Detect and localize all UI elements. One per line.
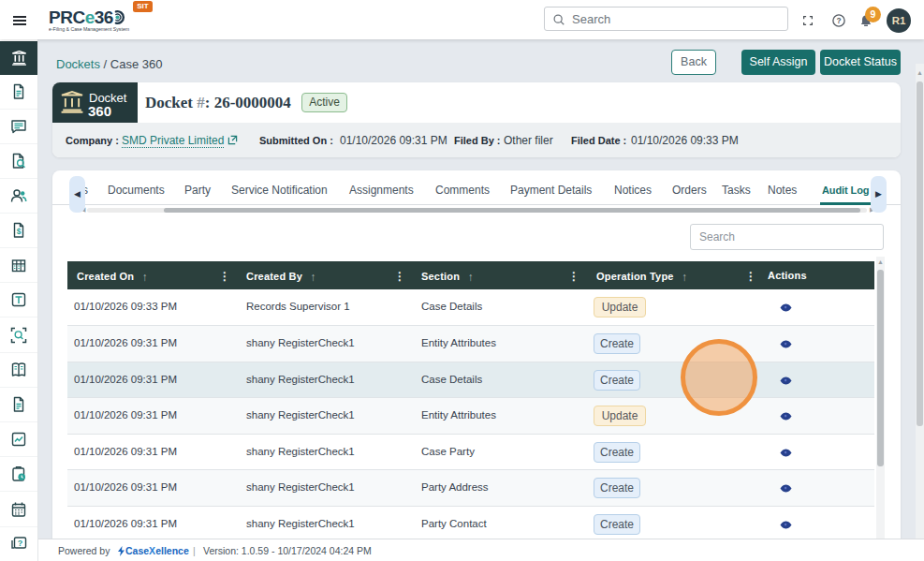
svg-text:$: $	[17, 227, 22, 236]
svg-text:?: ?	[836, 16, 841, 25]
svg-text:?: ?	[18, 539, 23, 548]
